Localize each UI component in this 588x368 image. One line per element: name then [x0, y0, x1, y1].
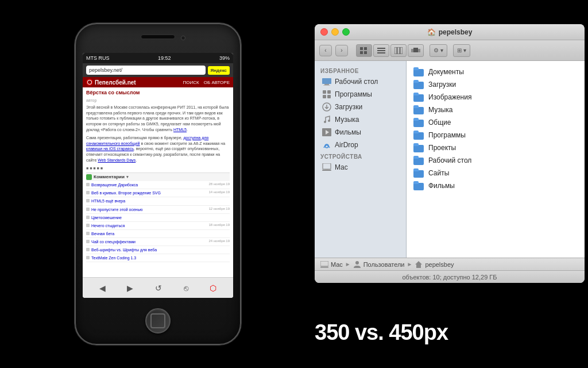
- finder-title-icon: 🏠: [427, 28, 436, 36]
- svg-rect-19: [327, 95, 331, 98]
- back-button[interactable]: ‹: [319, 45, 332, 56]
- gear-icon: ⚙: [434, 47, 439, 53]
- devices-header: УСТРОЙСТВА: [315, 151, 406, 161]
- nav-about[interactable]: ОБ АВТОРЕ: [204, 80, 230, 85]
- folder-icon: [413, 181, 424, 190]
- mac-icon: [322, 163, 331, 172]
- iphone-camera: [181, 36, 185, 40]
- file-name: Музыка: [428, 106, 452, 114]
- list-item[interactable]: Нечего стыдиться 18 ноября 19: [86, 222, 230, 230]
- folder-icon: [413, 168, 424, 178]
- svg-rect-28: [325, 169, 328, 170]
- list-item[interactable]: Цветосмешение: [86, 214, 230, 222]
- svg-rect-7: [394, 47, 397, 54]
- arrange-button[interactable]: ⊞ ▾: [453, 44, 470, 57]
- post-title: Вечная бета: [91, 231, 228, 236]
- site-name: Пепелсбей.net: [95, 79, 136, 86]
- maximize-button[interactable]: [342, 28, 350, 36]
- file-item-images[interactable]: Изображения: [407, 91, 585, 103]
- list-item[interactable]: Возвращение Дарибокса 28 ноября 19: [86, 181, 230, 189]
- nav-search[interactable]: ПОИСК: [183, 80, 199, 85]
- list-view-button[interactable]: [373, 44, 389, 57]
- url-input[interactable]: [86, 66, 206, 75]
- bookmark-icon[interactable]: ⬡: [210, 283, 216, 293]
- file-item-music[interactable]: Музыка: [407, 103, 585, 116]
- svg-rect-26: [323, 163, 331, 169]
- file-item-shared[interactable]: Общие: [407, 116, 585, 129]
- post-dot: [86, 224, 90, 227]
- list-item[interactable]: Чай со спецэффектами 24 ноября 19: [86, 238, 230, 246]
- action-button[interactable]: ⚙ ▾: [430, 44, 447, 57]
- downloads-icon: [322, 102, 331, 112]
- file-item-sites[interactable]: Сайты: [407, 167, 585, 179]
- post-title: Веб-шрифты vs. Шрифты для веба: [91, 247, 228, 252]
- iphone-screen: MTS RUS 19:52 39% Яндекс Пепелсбей.net П…: [83, 53, 233, 298]
- list-item[interactable]: HTML5 ещё вчера: [86, 197, 230, 205]
- list-item[interactable]: Веб в кривых. Второе рождение SVG 14 ноя…: [86, 189, 230, 197]
- column-view-button[interactable]: [390, 44, 407, 57]
- search-button[interactable]: Яндекс: [208, 66, 230, 75]
- folder-icon: [413, 143, 424, 152]
- file-item-projects[interactable]: Проекты: [407, 141, 585, 154]
- svg-rect-16: [323, 90, 326, 94]
- sidebar-item-mac[interactable]: Mac: [316, 161, 404, 174]
- apps-icon: [322, 90, 331, 99]
- list-item[interactable]: Вечная бета: [86, 230, 230, 238]
- icon-view-button[interactable]: [356, 44, 372, 57]
- post-dot: [86, 232, 90, 235]
- file-item-documents[interactable]: Документы: [407, 66, 585, 78]
- file-name: Фильмы: [428, 182, 455, 190]
- folder-icon: [413, 105, 424, 114]
- post-title: HTML5 ещё вчера: [91, 198, 228, 204]
- tag-line: ■ ■ ■ ■ ■: [86, 166, 230, 171]
- iphone-site-header: Пепелсбей.net ПОИСК ОБ АВТОРЕ: [83, 77, 233, 87]
- sidebar-item-desktop[interactable]: Рабочий стол: [316, 75, 404, 88]
- file-item-downloads[interactable]: Загрузки: [407, 78, 585, 91]
- site-nav[interactable]: ПОИСК ОБ АВТОРЕ: [183, 80, 230, 85]
- minimize-button[interactable]: [331, 28, 339, 36]
- post-dot: [86, 248, 90, 251]
- svg-rect-12: [418, 49, 420, 52]
- svg-rect-6: [377, 52, 385, 53]
- close-button[interactable]: [320, 28, 328, 36]
- sidebar-item-movies[interactable]: Фильмы: [316, 126, 404, 139]
- arrange-icon: ⊞: [457, 47, 462, 53]
- file-item-movies[interactable]: Фильмы: [407, 179, 585, 192]
- post-date: 18 ноября 19: [208, 223, 230, 228]
- path-mac: Mac: [331, 261, 343, 268]
- status-text: объектов: 10; доступно 12,29 ГБ: [403, 274, 497, 281]
- mac-path-icon: [320, 261, 328, 268]
- finder-title: 🏠 pepelsbey: [427, 28, 473, 36]
- home-button[interactable]: [145, 308, 171, 334]
- share-icon[interactable]: ⎋: [184, 283, 188, 293]
- folder-icon: [413, 80, 424, 89]
- post-dot: [86, 208, 90, 211]
- iphone-device: MTS RUS 19:52 39% Яндекс Пепелсбей.net П…: [75, 23, 241, 345]
- forward-button[interactable]: ›: [335, 45, 348, 56]
- comparison-text: 350 vs. 450px: [315, 320, 448, 345]
- svg-rect-2: [360, 51, 363, 54]
- coverflow-view-button[interactable]: [408, 44, 424, 57]
- back-icon[interactable]: ◀: [99, 283, 106, 293]
- finder-toolbar: ‹ › ⚙ ▾ ⊞ ▾: [315, 40, 585, 61]
- file-name: Изображения: [428, 93, 471, 101]
- post-list: Возвращение Дарибокса 28 ноября 19 Веб в…: [86, 181, 230, 262]
- svg-rect-5: [377, 50, 385, 51]
- iphone-toolbar[interactable]: ◀ ▶ ↺ ⎋ ⬡: [83, 277, 233, 298]
- list-item[interactable]: Не пропустите этой осенью 12 ноября 19: [86, 206, 230, 214]
- list-item[interactable]: TextMate Zen Coding 1.3: [86, 254, 230, 262]
- file-name: Документы: [428, 68, 464, 76]
- forward-icon[interactable]: ▶: [127, 283, 133, 293]
- sidebar-item-music[interactable]: Музыка: [316, 113, 404, 126]
- file-item-desktop[interactable]: Рабочий стол: [407, 154, 585, 167]
- post-title: Веб в кривых. Второе рождение SVG: [91, 190, 207, 195]
- file-item-apps[interactable]: Программы: [407, 129, 585, 141]
- sidebar-item-apps[interactable]: Программы: [316, 88, 404, 101]
- svg-rect-29: [320, 261, 328, 266]
- reload-icon[interactable]: ↺: [155, 283, 162, 293]
- sidebar-item-downloads[interactable]: Загрузки: [316, 101, 404, 113]
- sidebar-item-airdrop[interactable]: AirDrop: [316, 139, 404, 151]
- iphone-urlbar[interactable]: Яндекс: [83, 63, 233, 77]
- finder-titlebar: 🏠 pepelsbey: [315, 24, 585, 40]
- list-item[interactable]: Веб-шрифты vs. Шрифты для веба: [86, 246, 230, 254]
